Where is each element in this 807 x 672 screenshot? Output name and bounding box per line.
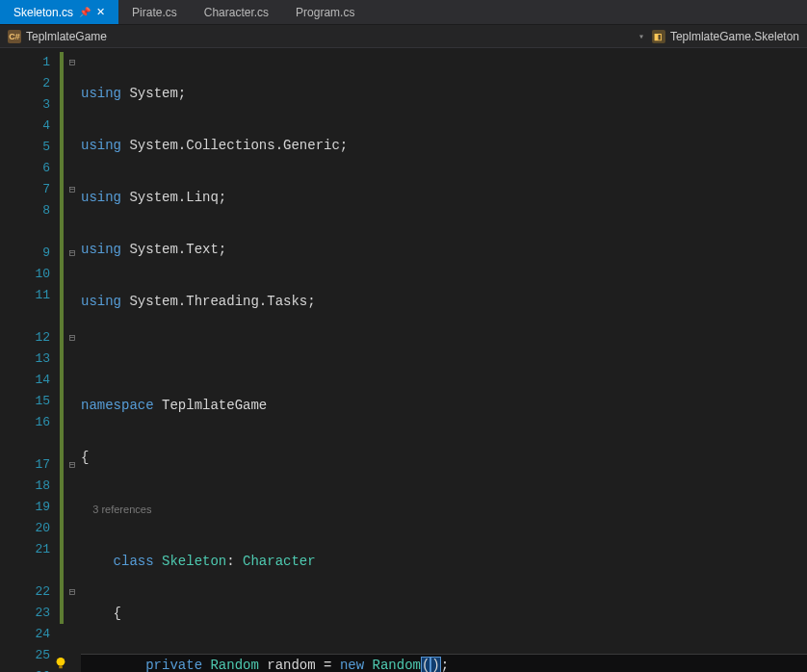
change-indicator — [60, 52, 64, 624]
breadcrumb-namespace[interactable]: C# TeplmlateGame — [0, 25, 115, 47]
fold-toggle[interactable]: ⊟ — [64, 52, 81, 73]
tab-label: Skeleton.cs — [13, 6, 73, 19]
class-icon: ◧ — [652, 30, 665, 43]
tab-label: Character.cs — [204, 6, 269, 19]
code-area[interactable]: using System; using System.Collections.G… — [81, 48, 807, 672]
code-editor[interactable]: 1 2 3 4 5 6 7 8 9 10 11 12 13 14 15 16 1… — [0, 48, 807, 672]
breadcrumb: C# TeplmlateGame ▾ ◧ TeplmlateGame.Skele… — [0, 25, 807, 48]
code-line[interactable]: using System.Threading.Tasks; — [81, 291, 807, 312]
breadcrumb-label: TeplmlateGame — [26, 30, 107, 43]
code-line[interactable]: using System.Collections.Generic; — [81, 135, 807, 156]
fold-toggle[interactable]: ⊟ — [64, 454, 81, 476]
fold-toggle[interactable]: ⊟ — [64, 582, 81, 603]
tab-program[interactable]: Program.cs — [282, 0, 368, 24]
code-line[interactable]: using System.Text; — [81, 239, 807, 260]
code-line[interactable]: { — [81, 447, 807, 468]
code-line[interactable]: using System; — [81, 83, 807, 104]
close-icon[interactable]: ✕ — [96, 6, 105, 18]
fold-toggle[interactable]: ⊟ — [64, 327, 81, 349]
code-line[interactable]: namespace TeplmlateGame — [81, 395, 807, 416]
pin-icon[interactable]: 📌 — [79, 7, 91, 17]
fold-toggle[interactable]: ⊟ — [64, 179, 81, 200]
line-gutter: 1 2 3 4 5 6 7 8 9 10 11 12 13 14 15 16 1… — [0, 48, 64, 672]
tab-label: Pirate.cs — [132, 6, 177, 19]
fold-toggle[interactable]: ⊟ — [64, 243, 81, 264]
code-line[interactable] — [81, 343, 807, 364]
csharp-icon: C# — [8, 30, 21, 43]
lightbulb-icon[interactable] — [54, 657, 67, 670]
file-tabs: Skeleton.cs 📌 ✕ Pirate.cs Character.cs P… — [0, 0, 807, 25]
code-line[interactable]: using System.Linq; — [81, 187, 807, 208]
breadcrumb-class[interactable]: ◧ TeplmlateGame.Skeleton — [644, 25, 807, 47]
codelens-references[interactable]: 3 references — [81, 499, 807, 520]
tab-skeleton[interactable]: Skeleton.cs 📌 ✕ — [0, 0, 118, 24]
tab-label: Program.cs — [296, 6, 354, 19]
svg-point-0 — [57, 658, 65, 666]
code-line-current[interactable]: private Random random = new Random(); — [81, 654, 807, 672]
code-line[interactable]: class Skeleton: Character — [81, 551, 807, 572]
fold-column: ⊟ ⊟ ⊟ ⊟ ⊟ ⊟ — [64, 48, 81, 672]
code-line[interactable]: { — [81, 603, 807, 624]
tab-pirate[interactable]: Pirate.cs — [118, 0, 191, 24]
svg-rect-1 — [59, 666, 63, 669]
breadcrumb-label: TeplmlateGame.Skeleton — [670, 30, 799, 43]
tab-character[interactable]: Character.cs — [191, 0, 282, 24]
